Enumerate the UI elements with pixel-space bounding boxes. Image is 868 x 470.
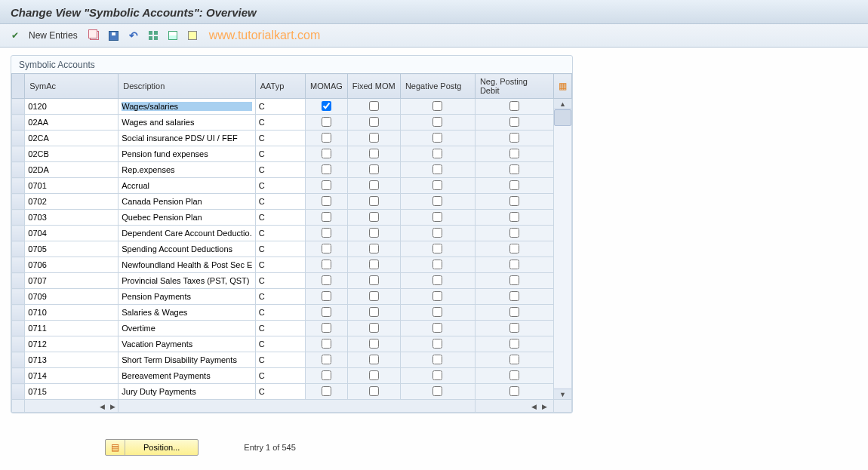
description-input[interactable]	[122, 102, 251, 111]
neg-checkbox[interactable]	[432, 196, 442, 206]
fixed-checkbox[interactable]	[369, 180, 379, 190]
negdebit-checkbox[interactable]	[509, 149, 519, 158]
momag-checkbox[interactable]	[322, 260, 331, 269]
description-input[interactable]	[122, 292, 251, 301]
description-input[interactable]	[122, 260, 251, 269]
description-input[interactable]	[122, 118, 251, 127]
aatyp-input[interactable]	[259, 387, 302, 396]
fixed-checkbox[interactable]	[369, 228, 379, 238]
col-neg-posting-debit[interactable]: Neg. Posting Debit	[475, 74, 553, 99]
neg-checkbox[interactable]	[432, 228, 442, 238]
row-selector[interactable]	[12, 368, 25, 384]
scroll-thumb[interactable]	[554, 109, 571, 126]
fixed-checkbox[interactable]	[369, 275, 379, 285]
neg-checkbox[interactable]	[432, 117, 442, 127]
negdebit-checkbox[interactable]	[509, 212, 519, 222]
table-config-icon[interactable]	[553, 74, 571, 99]
neg-checkbox[interactable]	[432, 164, 442, 174]
negdebit-checkbox[interactable]	[509, 133, 519, 143]
negdebit-checkbox[interactable]	[509, 291, 519, 301]
symac-input[interactable]	[28, 149, 115, 158]
row-selector[interactable]	[12, 162, 25, 178]
negdebit-checkbox[interactable]	[509, 117, 519, 127]
scroll-up-icon[interactable]: ▲	[554, 99, 571, 109]
description-input[interactable]	[122, 149, 251, 158]
hscroll-right2-icon[interactable]: ▶	[540, 403, 550, 410]
momag-checkbox[interactable]	[322, 291, 331, 301]
row-selector[interactable]	[12, 352, 25, 368]
momag-checkbox[interactable]	[322, 212, 331, 222]
negdebit-checkbox[interactable]	[509, 180, 519, 190]
fixed-checkbox[interactable]	[369, 307, 379, 317]
symac-input[interactable]	[28, 165, 115, 174]
aatyp-input[interactable]	[259, 134, 302, 143]
fixed-checkbox[interactable]	[369, 164, 379, 174]
aatyp-input[interactable]	[259, 118, 302, 127]
momag-checkbox[interactable]	[322, 180, 331, 190]
neg-checkbox[interactable]	[432, 101, 442, 111]
symac-input[interactable]	[28, 387, 115, 396]
neg-checkbox[interactable]	[432, 323, 442, 333]
neg-checkbox[interactable]	[432, 149, 442, 158]
vertical-scrollbar[interactable]: ▲▼	[553, 99, 571, 400]
aatyp-input[interactable]	[259, 292, 302, 301]
col-momag[interactable]: MOMAG	[306, 74, 348, 99]
description-input[interactable]	[122, 213, 251, 222]
row-selector[interactable]	[12, 131, 25, 146]
symac-input[interactable]	[28, 244, 115, 253]
momag-checkbox[interactable]	[322, 149, 331, 158]
description-input[interactable]	[122, 339, 251, 349]
fixed-checkbox[interactable]	[369, 339, 379, 349]
momag-checkbox[interactable]	[322, 228, 331, 238]
description-input[interactable]	[122, 308, 251, 317]
position-button[interactable]: Position...	[105, 439, 199, 456]
momag-checkbox[interactable]	[322, 164, 331, 174]
negdebit-checkbox[interactable]	[509, 101, 519, 111]
fixed-checkbox[interactable]	[369, 149, 379, 158]
symac-input[interactable]	[28, 355, 115, 364]
row-selector[interactable]	[12, 226, 25, 241]
neg-checkbox[interactable]	[432, 133, 442, 143]
negdebit-checkbox[interactable]	[509, 307, 519, 317]
description-input[interactable]	[122, 197, 251, 206]
momag-checkbox[interactable]	[322, 339, 331, 349]
check-icon[interactable]	[8, 28, 23, 43]
momag-checkbox[interactable]	[322, 370, 331, 380]
description-input[interactable]	[122, 181, 251, 190]
neg-checkbox[interactable]	[432, 370, 442, 380]
description-input[interactable]	[122, 165, 251, 174]
neg-checkbox[interactable]	[432, 260, 442, 269]
neg-checkbox[interactable]	[432, 212, 442, 222]
momag-checkbox[interactable]	[322, 323, 331, 333]
aatyp-input[interactable]	[259, 213, 302, 222]
hscroll-right-icon[interactable]: ▶	[107, 403, 118, 410]
fixed-checkbox[interactable]	[369, 244, 379, 253]
aatyp-input[interactable]	[259, 339, 302, 349]
fixed-checkbox[interactable]	[369, 291, 379, 301]
fixed-checkbox[interactable]	[369, 196, 379, 206]
row-selector[interactable]	[12, 99, 25, 115]
neg-checkbox[interactable]	[432, 355, 442, 364]
negdebit-checkbox[interactable]	[509, 370, 519, 380]
momag-checkbox[interactable]	[322, 386, 331, 396]
new-entries-button[interactable]: New Entries	[27, 30, 82, 41]
symac-input[interactable]	[28, 260, 115, 269]
symac-input[interactable]	[28, 371, 115, 380]
select-all-header[interactable]	[12, 74, 25, 99]
row-selector[interactable]	[12, 273, 25, 289]
row-selector[interactable]	[12, 241, 25, 257]
negdebit-checkbox[interactable]	[509, 275, 519, 285]
neg-checkbox[interactable]	[432, 180, 442, 190]
symac-input[interactable]	[28, 229, 115, 238]
symac-input[interactable]	[28, 308, 115, 317]
hscroll-left-icon[interactable]: ◀	[97, 403, 107, 410]
symac-input[interactable]	[28, 181, 115, 190]
row-selector[interactable]	[12, 321, 25, 336]
row-selector[interactable]	[12, 115, 25, 131]
description-input[interactable]	[122, 229, 251, 238]
row-selector[interactable]	[12, 257, 25, 273]
momag-checkbox[interactable]	[322, 275, 331, 285]
description-input[interactable]	[122, 371, 251, 380]
col-negative-postg[interactable]: Negative Postg	[400, 74, 475, 99]
symac-input[interactable]	[28, 339, 115, 349]
